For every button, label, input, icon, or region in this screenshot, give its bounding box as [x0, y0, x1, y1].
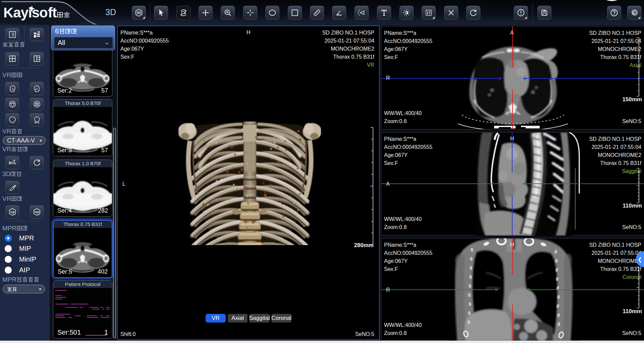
- svg-text:3D: 3D: [137, 11, 141, 15]
